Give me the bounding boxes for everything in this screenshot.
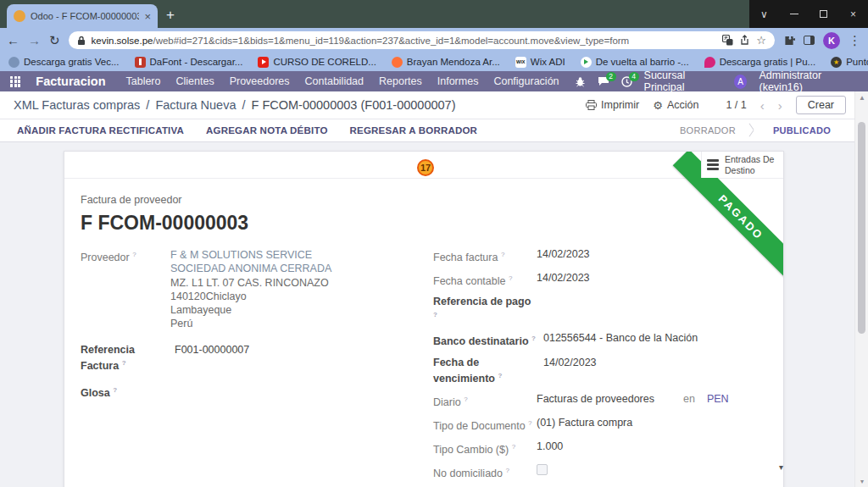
vecteezy-icon [8, 57, 19, 68]
add-credit-note-button[interactable]: AÑADIR FACTURA RECTIFICATIVA [17, 125, 184, 136]
messages-badge: 2 [606, 72, 616, 81]
extensions-puzzle-icon[interactable] [783, 35, 795, 47]
state-draft[interactable]: BORRADOR [665, 119, 751, 141]
breadcrumb-link[interactable]: Factura Nueva [155, 98, 236, 112]
activities-button[interactable]: 4 [621, 76, 632, 87]
firefox-icon [392, 57, 403, 68]
field-label-glosa: Glosa ? [81, 384, 170, 400]
app-name[interactable]: Facturacion [36, 75, 105, 88]
bookmark-item[interactable]: De vuelta al barrio -... [581, 57, 689, 68]
bookmark-label: CURSO DE CORELD... [273, 57, 376, 67]
field-value-banco-destinatario[interactable]: 012556544 - Banco de la Nación [537, 332, 698, 348]
menu-proveedores[interactable]: Proveedores [230, 75, 290, 87]
menu-contabilidad[interactable]: Contabilidad [305, 75, 364, 87]
share-icon[interactable] [739, 35, 750, 46]
bookmark-item[interactable]: WIX Wix ADI [515, 57, 565, 68]
bookmark-item[interactable]: Descarga gratis Vec... [8, 57, 120, 68]
menu-configuracion[interactable]: Configuración [493, 75, 559, 87]
side-panel-icon[interactable] [804, 36, 815, 45]
menu-reportes[interactable]: Reportes [379, 75, 422, 87]
breadcrumb: XML Facturas compras / Factura Nueva / F… [14, 98, 456, 112]
field-label-referencia-factura: Referencia Factura ? [81, 344, 170, 373]
help-icon: ? [433, 311, 437, 318]
create-button[interactable]: Crear [796, 96, 846, 114]
help-icon: ? [498, 372, 502, 379]
print-button[interactable]: Imprimir [586, 99, 639, 111]
destination-entries-button[interactable]: Entradas De Destino [701, 152, 783, 178]
profile-avatar[interactable]: K [823, 32, 840, 49]
back-icon[interactable]: ← [7, 34, 19, 47]
scroll-up-icon[interactable]: ▲ [855, 91, 868, 103]
menu-tablero[interactable]: Tablero [125, 75, 160, 87]
field-value-diario[interactable]: Facturas de proveedoresenPEN [537, 393, 729, 409]
translate-icon[interactable] [722, 35, 733, 46]
messages-button[interactable]: 2 [598, 76, 609, 86]
bookmark-item[interactable]: CURSO DE CORELD... [258, 57, 376, 68]
add-debit-note-button[interactable]: AGREGAR NOTA DÉBITO [206, 125, 328, 136]
window-minimize-icon[interactable] [779, 0, 809, 28]
pos-star-icon: ★ [831, 57, 842, 68]
window-close-icon[interactable]: × [838, 0, 868, 28]
scroll-down-icon[interactable]: ▾ [855, 475, 868, 487]
new-tab-button[interactable]: + [166, 7, 175, 24]
currency-separator-label: en [683, 393, 695, 405]
help-icon: ? [464, 396, 467, 403]
bookmark-item[interactable]: DaFont - Descargar... [135, 57, 243, 68]
user-menu[interactable]: Administrator (kevin16) [759, 69, 860, 93]
youtube-icon [258, 57, 269, 68]
url-bar[interactable]: kevin.solse.pe/web#id=271&cids=1&bids=1&… [69, 31, 775, 49]
field-value-tipo-cambio[interactable]: 1.000 [537, 440, 563, 457]
field-value-referencia-factura[interactable]: F001-00000007 [170, 344, 249, 373]
user-avatar[interactable]: A [734, 75, 748, 89]
field-label-diario: Diario ? [433, 393, 537, 409]
form-sheet: Entradas De Destino 17 PAGADO Factura de… [64, 151, 784, 487]
tab-close-icon[interactable]: × [144, 10, 151, 23]
debug-icon[interactable] [575, 76, 586, 87]
bookmark-item[interactable]: Brayan Mendoza Ar... [392, 57, 500, 68]
state-widget: BORRADOR PUBLICADO [665, 119, 846, 141]
scrollbar-thumb[interactable] [858, 122, 865, 334]
browser-tab[interactable]: Odoo - F FCOM-00000003 (F001 × [7, 4, 158, 28]
menu-informes[interactable]: Informes [437, 75, 479, 87]
company-switcher[interactable]: Sucursal Principal [644, 69, 722, 93]
partner-name-link[interactable]: F & M SOLUTIONS SERVICE [170, 248, 331, 262]
apps-menu-icon[interactable] [10, 76, 20, 87]
field-label-fecha-factura: Fecha factura ? [433, 248, 537, 264]
optional-columns-toggle[interactable]: ▾ [779, 462, 783, 472]
bookmark-star-icon[interactable]: ☆ [756, 34, 766, 47]
partner-name-link[interactable]: SOCIEDAD ANONIMA CERRADA [170, 262, 331, 275]
field-value-fecha-vencimiento[interactable]: 14/02/2023 [537, 357, 597, 385]
print-label: Imprimir [601, 99, 639, 111]
browser-tabstrip: Odoo - F FCOM-00000003 (F001 × + ∨ × [0, 0, 868, 28]
bookmark-item[interactable]: ★ Punto de venta Ven... [831, 57, 868, 68]
lock-icon [77, 36, 86, 46]
tab-title: Odoo - F FCOM-00000003 (F001 [31, 11, 139, 21]
form-content: Entradas De Destino 17 PAGADO Factura de… [0, 142, 868, 487]
field-value-fecha-factura[interactable]: 14/02/2023 [537, 248, 590, 264]
vertical-scrollbar[interactable]: ▲ ▾ [854, 91, 868, 487]
currency-link[interactable]: PEN [707, 393, 729, 405]
field-label-referencia-pago: Referencia de pago ? [433, 296, 537, 324]
reset-to-draft-button[interactable]: REGRESAR A BORRADOR [350, 125, 478, 136]
reload-icon[interactable]: ↻ [49, 34, 60, 47]
action-menu-button[interactable]: ⚙ Acción [653, 99, 698, 112]
help-icon: ? [528, 419, 531, 427]
field-label-proveedor: Proveedor ? [81, 248, 170, 331]
bookmark-label: De vuelta al barrio -... [596, 57, 689, 67]
field-value-proveedor: F & M SOLUTIONS SERVICE SOCIEDAD ANONIMA… [170, 248, 331, 331]
field-value-tipo-documento[interactable]: (01) Factura compra [537, 417, 632, 433]
url-text[interactable]: kevin.solse.pe/web#id=271&cids=1&bids=1&… [92, 36, 717, 46]
pager-next-icon[interactable]: › [778, 98, 782, 113]
browser-menu-icon[interactable]: ⋮ [849, 33, 861, 48]
forward-icon[interactable]: → [28, 34, 41, 47]
help-icon: ? [509, 274, 512, 282]
window-menu-icon[interactable]: ∨ [749, 0, 779, 28]
breadcrumb-link[interactable]: XML Facturas compras [14, 98, 140, 112]
window-restore-icon[interactable] [809, 0, 838, 28]
bookmark-item[interactable]: Descarga gratis | Pu... [704, 57, 816, 68]
field-value-fecha-contable[interactable]: 14/02/2023 [537, 272, 590, 288]
menu-clientes[interactable]: Clientes [175, 75, 214, 87]
stat-button-line1: Entradas De [725, 154, 774, 164]
no-domiciliado-checkbox[interactable] [537, 464, 548, 475]
pager-previous-icon[interactable]: ‹ [760, 98, 765, 113]
